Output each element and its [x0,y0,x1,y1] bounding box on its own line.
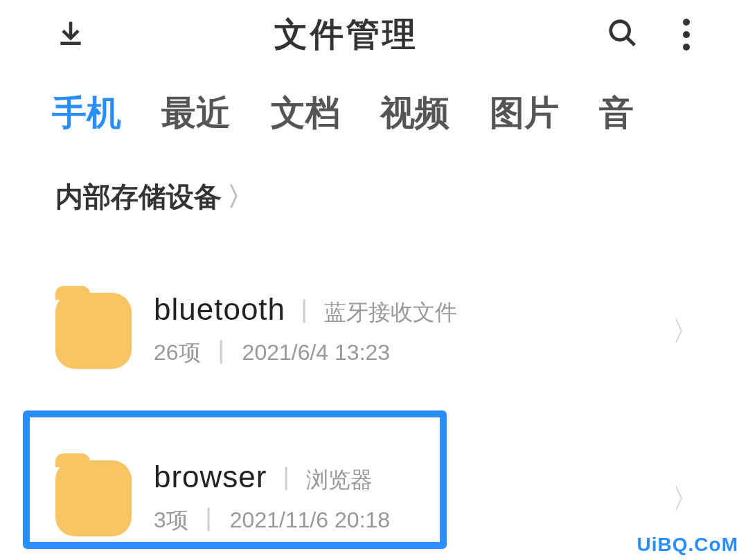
tab-audio[interactable]: 音 [599,90,634,136]
chevron-right-icon: 〉 [672,480,700,518]
folder-item-browser[interactable]: browser 丨 浏览器 3项 丨 2021/11/6 20:18 〉 [0,446,748,551]
page-title: 文件管理 [86,12,607,57]
folder-list: bluetooth 丨 蓝牙接收文件 26项 丨 2021/6/4 13:23 … [0,237,748,551]
folder-info: bluetooth 丨 蓝牙接收文件 26项 丨 2021/6/4 13:23 [154,292,672,370]
breadcrumb-label: 内部存储设备 [55,178,222,216]
folder-info: browser 丨 浏览器 3项 丨 2021/11/6 20:18 [154,460,672,537]
download-icon[interactable] [55,18,86,51]
watermark: UiBQ.CoM [637,534,738,556]
search-icon[interactable] [607,17,639,52]
folder-count: 3项 [154,505,188,536]
folder-date: 2021/11/6 20:18 [230,507,390,533]
folder-desc: 蓝牙接收文件 [324,298,457,328]
header: 文件管理 [0,0,748,69]
folder-count: 26项 [154,338,201,368]
divider: 丨 [292,295,317,329]
folder-date: 2021/6/4 13:23 [242,340,391,365]
tab-image[interactable]: 图片 [490,90,559,136]
tab-docs[interactable]: 文档 [271,90,340,136]
folder-icon [55,460,132,536]
divider: 丨 [209,336,234,370]
tab-video[interactable]: 视频 [380,90,449,136]
chevron-right-icon: 〉 [672,312,700,350]
folder-name: browser [154,460,267,494]
chevron-right-icon: 〉 [227,179,253,215]
folder-desc: 浏览器 [306,465,373,496]
tab-phone[interactable]: 手机 [52,90,121,136]
svg-point-0 [611,21,630,40]
divider: 丨 [197,503,222,537]
breadcrumb[interactable]: 内部存储设备 〉 [0,157,748,237]
folder-icon [55,293,132,369]
folder-name: bluetooth [154,292,285,327]
tabs: 手机 最近 文档 视频 图片 音 [0,69,748,157]
divider: 丨 [274,462,299,496]
more-icon[interactable] [680,16,693,53]
tab-recent[interactable]: 最近 [161,90,231,136]
folder-item-bluetooth[interactable]: bluetooth 丨 蓝牙接收文件 26项 丨 2021/6/4 13:23 … [0,278,748,383]
